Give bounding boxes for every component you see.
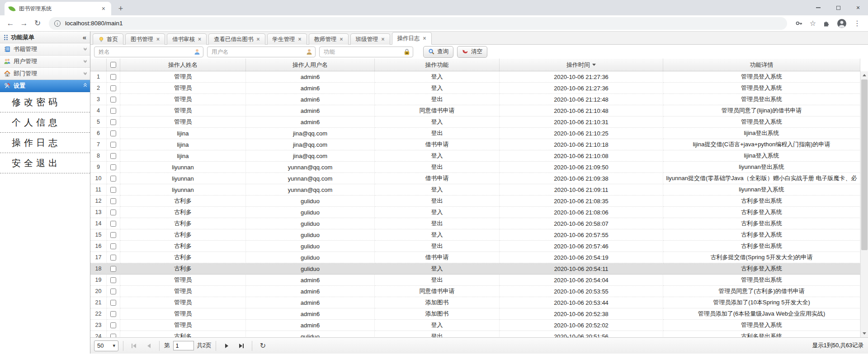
tab-teacher-management[interactable]: 教师管理× xyxy=(309,33,349,45)
new-tab-button[interactable]: + xyxy=(114,2,127,15)
sidebar-item-users[interactable]: 用户管理 xyxy=(0,56,90,68)
tab-home[interactable]: 首页 xyxy=(93,33,123,45)
row-checkbox[interactable] xyxy=(110,97,116,102)
tab-close-icon[interactable]: × xyxy=(198,36,201,42)
name-search-input[interactable] xyxy=(98,47,191,56)
maximize-button[interactable] xyxy=(828,0,848,15)
row-checkbox[interactable] xyxy=(110,164,116,170)
column-header-4[interactable]: 功能详情 xyxy=(663,59,860,71)
tab-view-lent-books[interactable]: 查看已借出图书× xyxy=(208,33,265,45)
table-row[interactable]: 5管理员admin6登入2020-10-06 21:10:31管理员登入系统 xyxy=(90,116,860,128)
back-button[interactable]: ← xyxy=(4,17,17,30)
tab-close-icon[interactable]: × xyxy=(423,35,426,42)
row-checkbox[interactable] xyxy=(110,232,116,238)
table-row[interactable]: 7lijinajina@qq.com借书申请2020-10-06 21:10:1… xyxy=(90,139,860,150)
select-all-checkbox[interactable] xyxy=(110,62,116,68)
minimize-button[interactable] xyxy=(808,0,828,15)
row-checkbox[interactable] xyxy=(110,277,116,283)
row-checkbox[interactable] xyxy=(110,176,116,182)
scroll-up-icon[interactable] xyxy=(861,71,868,79)
next-page-button[interactable] xyxy=(221,340,232,352)
last-page-button[interactable] xyxy=(236,340,247,352)
table-row[interactable]: 1管理员admin6登入2020-10-06 21:27:36管理员登入系统 xyxy=(90,71,860,83)
row-checkbox[interactable] xyxy=(110,130,116,136)
sidebar-item-books[interactable]: 书籍管理 xyxy=(0,43,90,56)
reload-button[interactable]: ↻ xyxy=(31,17,44,30)
browser-tab-close-icon[interactable]: × xyxy=(100,5,107,12)
scrollbar-thumb[interactable] xyxy=(861,79,868,250)
key-icon[interactable] xyxy=(795,19,803,27)
column-header-2[interactable]: 操作功能 xyxy=(375,59,500,71)
tab-operation-log[interactable]: 操作日志× xyxy=(392,32,432,45)
username-search-input[interactable] xyxy=(211,47,303,56)
row-checkbox[interactable] xyxy=(110,255,116,261)
table-row[interactable]: 14古利多guliduo登出2020-10-06 20:58:07古利多登出系统 xyxy=(90,218,860,229)
table-row[interactable]: 6lijinajina@qq.com登出2020-10-06 21:10:25l… xyxy=(90,128,860,139)
browser-menu-icon[interactable]: ⋮ xyxy=(854,19,861,28)
table-row[interactable]: 23管理员admin6登入2020-10-06 20:52:02管理员登入系统 xyxy=(90,320,860,331)
column-header-1[interactable]: 操作人用户名 xyxy=(246,59,375,71)
name-search-field[interactable] xyxy=(94,47,203,57)
table-row[interactable]: 19管理员admin6登出2020-10-06 20:54:04管理员登出系统 xyxy=(90,275,860,286)
tab-borrow-review[interactable]: 借书审核× xyxy=(167,33,207,45)
table-row[interactable]: 9liyunnanyunnan@qq.com登出2020-10-06 21:09… xyxy=(90,162,860,173)
submenu-item-logout[interactable]: 安全退出 xyxy=(0,153,90,173)
profile-avatar[interactable] xyxy=(837,19,847,28)
username-search-field[interactable] xyxy=(207,47,316,57)
table-row[interactable]: 13古利多guliduo登入2020-10-06 21:08:06古利多登入系统 xyxy=(90,207,860,218)
page-size-select[interactable]: 50 ▾ xyxy=(94,340,118,351)
page-number-input[interactable] xyxy=(173,341,194,350)
clear-button[interactable]: 清空 xyxy=(457,46,487,58)
row-checkbox[interactable] xyxy=(110,311,116,317)
row-checkbox[interactable] xyxy=(110,142,116,148)
row-checkbox[interactable] xyxy=(110,153,116,159)
table-row[interactable]: 4管理员admin6同意借书申请2020-10-06 21:10:48管理员同意… xyxy=(90,105,860,116)
site-info-icon[interactable]: i xyxy=(54,20,61,27)
table-row[interactable]: 15古利多guliduo登入2020-10-06 20:57:55古利多登入系统 xyxy=(90,229,860,241)
tab-class-management[interactable]: 班级管理× xyxy=(350,33,390,45)
tab-student-management[interactable]: 学生管理× xyxy=(267,33,307,45)
row-checkbox[interactable] xyxy=(110,322,116,328)
sidebar-item-departments[interactable]: 部门管理 xyxy=(0,68,90,80)
table-row[interactable]: 16古利多guliduo登出2020-10-06 20:57:46古利多登出系统 xyxy=(90,241,860,252)
row-checkbox[interactable] xyxy=(110,85,116,91)
column-header-0[interactable]: 操作人姓名 xyxy=(120,59,246,71)
row-checkbox[interactable] xyxy=(110,210,116,215)
table-row[interactable]: 8lijinajina@qq.com登入2020-10-06 21:10:08l… xyxy=(90,150,860,162)
tab-close-icon[interactable]: × xyxy=(340,36,343,42)
bookmark-star-icon[interactable]: ☆ xyxy=(810,19,816,28)
row-checkbox[interactable] xyxy=(110,198,116,204)
submenu-item-profile[interactable]: 个人信息 xyxy=(0,112,90,133)
tab-close-icon[interactable]: × xyxy=(156,36,160,42)
row-checkbox[interactable] xyxy=(110,119,116,125)
function-search-input[interactable] xyxy=(323,47,401,56)
prev-page-button[interactable] xyxy=(143,340,155,352)
row-checkbox[interactable] xyxy=(110,74,116,80)
table-row[interactable]: 22管理员admin6添加图书2020-10-06 20:52:38管理员添加了… xyxy=(90,308,860,320)
close-window-button[interactable]: × xyxy=(848,0,868,15)
submenu-item-change-password[interactable]: 修改密码 xyxy=(0,92,90,112)
forward-button[interactable]: → xyxy=(17,17,31,30)
first-page-button[interactable] xyxy=(128,340,140,352)
table-row[interactable]: 12古利多guliduo登出2020-10-06 21:08:35古利多登出系统 xyxy=(90,196,860,207)
table-row[interactable]: 10liyunnanyunnan@qq.com借书申请2020-10-06 21… xyxy=(90,173,860,184)
row-checkbox[interactable] xyxy=(110,187,116,193)
function-search-field[interactable] xyxy=(319,47,413,57)
extensions-puzzle-icon[interactable] xyxy=(823,20,830,27)
table-row[interactable]: 3管理员admin6登出2020-10-06 21:12:48管理员登出系统 xyxy=(90,94,860,105)
address-bar[interactable]: i localhost:8080/main1 xyxy=(49,17,787,30)
sidebar-item-settings[interactable]: 设置 xyxy=(0,80,90,92)
table-row[interactable]: 24古利多guliduo登出2020-10-06 20:51:56古利多登出系统 xyxy=(90,331,860,337)
browser-tab[interactable]: 图书管理系统 × xyxy=(5,2,111,15)
submenu-item-operation-log[interactable]: 操作日志 xyxy=(0,133,90,153)
vertical-scrollbar[interactable] xyxy=(860,71,868,337)
row-checkbox[interactable] xyxy=(110,334,116,338)
refresh-button[interactable]: ↻ xyxy=(257,340,269,352)
tab-close-icon[interactable]: × xyxy=(298,36,302,42)
table-row[interactable]: 21管理员admin6添加图书2020-10-06 20:53:44管理员添加了… xyxy=(90,297,860,308)
row-checkbox[interactable] xyxy=(110,266,116,272)
row-checkbox[interactable] xyxy=(110,221,116,227)
table-row[interactable]: 2管理员admin6登入2020-10-06 21:27:36管理员登入系统 xyxy=(90,83,860,94)
table-row[interactable]: 18古利多guliduo登入2020-10-06 20:54:11古利多登入系统 xyxy=(90,263,860,275)
row-checkbox[interactable] xyxy=(110,243,116,249)
